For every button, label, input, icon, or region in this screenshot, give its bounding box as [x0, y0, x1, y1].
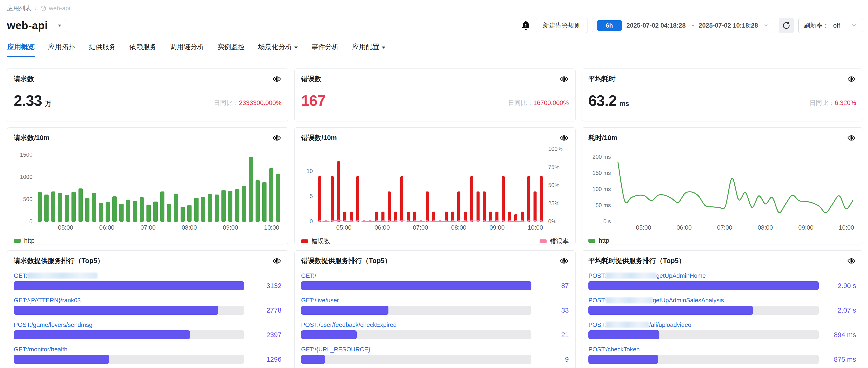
eye-icon[interactable] [847, 133, 856, 143]
tab-label: 调用链分析 [170, 42, 204, 52]
tab-instance-monitoring[interactable]: 实例监控 [217, 41, 245, 57]
endpoint-link[interactable]: GET:/ [301, 272, 569, 279]
breadcrumb-app-list[interactable]: 应用列表 [7, 4, 31, 12]
endpoint-prefix: GET:/{URL_RESOURCE} [301, 346, 370, 353]
tab-app-config[interactable]: 应用配置 [352, 41, 386, 57]
kpi-title: 平均耗时 [588, 74, 616, 84]
eye-icon[interactable] [847, 256, 856, 265]
rank-bar-track [588, 330, 819, 339]
rank-bar-fill [14, 330, 190, 339]
chart-bar [85, 198, 90, 222]
endpoint-link[interactable]: POST:/user/feedback/checkExpired [301, 321, 569, 329]
time-range-picker[interactable]: 6h 2025-07-02 04:18:28 ~ 2025-07-02 10:1… [592, 18, 774, 33]
breadcrumb-current: web-api [40, 5, 70, 12]
rank-rows: GET:3132GET:/{PATTERN}/rank032778POST:/g… [14, 272, 281, 364]
eye-icon[interactable] [272, 74, 281, 84]
app-cube-icon [40, 5, 46, 12]
chart-bar [167, 204, 171, 222]
tab-label: 实例监控 [217, 42, 245, 52]
line-marker [445, 220, 447, 222]
x-tick-label: 08:00 [182, 224, 197, 231]
rank-value: 2.90 s [819, 282, 856, 290]
legend-item-http[interactable]: http [14, 237, 35, 244]
legend-item-错误率[interactable]: 错误率 [539, 237, 569, 246]
endpoint-link[interactable]: GET: [14, 272, 281, 279]
chart-bar [242, 186, 246, 222]
kpi-compare-value: 2333300.000% [239, 100, 281, 106]
bar-slot [207, 149, 213, 222]
chart-bar [215, 195, 219, 222]
endpoint-link[interactable]: GET:/monitor/health [14, 346, 281, 353]
endpoint-link[interactable]: POST:getUpAdminSalesAnalysis [588, 297, 856, 304]
plot-area [36, 149, 281, 222]
eye-icon[interactable] [559, 133, 569, 143]
rank-bar-track [14, 281, 244, 290]
y-tick-label: 0 s [603, 218, 611, 225]
time-range-end: 2025-07-02 10:18:28 [699, 22, 758, 29]
line-marker [439, 220, 441, 222]
tab-dependent-services[interactable]: 依赖服务 [129, 41, 157, 57]
endpoint-link[interactable]: POST:/checkToken [588, 346, 856, 353]
tab-topology[interactable]: 应用拓扑 [48, 41, 76, 57]
chart-bar [174, 194, 178, 222]
eye-icon[interactable] [272, 133, 281, 143]
endpoint-link[interactable]: GET:/{PATTERN}/rank03 [14, 297, 281, 304]
bar-slot [173, 149, 179, 222]
endpoint-link[interactable]: GET:/live/user [301, 297, 569, 304]
x-axis: 05:0006:0007:0008:0009:0010:00 [615, 224, 856, 234]
endpoint-link[interactable]: POST:getUpAdminHome [588, 272, 856, 279]
endpoint-link[interactable]: POST:/ali/uploadvideo [588, 321, 856, 329]
tab-provided-services[interactable]: 提供服务 [88, 41, 116, 57]
rank-bar-track [14, 306, 244, 315]
legend-swatch [301, 239, 308, 243]
legend-item-错误数[interactable]: 错误数 [301, 237, 330, 246]
kpi-compare-value: 6.320% [835, 100, 856, 106]
rank-bar-line: 87 [301, 281, 569, 290]
tab-overview[interactable]: 应用概览 [7, 41, 35, 57]
bar-slot [268, 149, 275, 222]
line-marker [344, 220, 346, 222]
endpoint-link[interactable]: POST:/game/lovers/sendmsg [14, 321, 281, 329]
create-alert-rule-button[interactable]: 新建告警规则 [536, 18, 587, 33]
eye-icon[interactable] [272, 256, 281, 265]
tab-label: 应用拓扑 [48, 42, 75, 52]
rank-value: 3132 [244, 282, 281, 290]
line-marker [407, 220, 409, 222]
title-row: web-api 新建告警规则 6h 2025-07-02 04:18:28 ~ … [7, 18, 863, 33]
rank-bar-track [301, 281, 531, 290]
tab-trace-analysis[interactable]: 调用链分析 [169, 41, 205, 57]
kpi-compare-label: 日同比： [508, 100, 533, 106]
bar-slot [77, 149, 84, 222]
tab-event-analysis[interactable]: 事件分析 [311, 41, 339, 57]
rank-bar-fill [588, 330, 659, 339]
eye-icon[interactable] [559, 256, 569, 265]
refresh-button[interactable] [779, 18, 794, 33]
eye-icon[interactable] [559, 74, 569, 84]
rank-bar-track [588, 281, 819, 290]
chart-card-latency-per-10m: 耗时/10m 0 s50 ms100 ms150 ms200 ms 05:000… [582, 128, 863, 244]
chart-bar [221, 190, 226, 222]
line-marker [490, 220, 492, 222]
rank-rows: GET:/87GET:/live/user33POST:/user/feedba… [301, 272, 569, 364]
rank-bar-track [588, 306, 819, 315]
rank-bar-fill [14, 306, 218, 315]
line-series-http [618, 162, 852, 213]
bar-slot [125, 149, 131, 222]
tab-scenario-analysis[interactable]: 场景化分析 [258, 41, 299, 57]
app-switcher-dropdown[interactable] [53, 19, 66, 32]
rank-title: 平均耗时提供服务排行（Top5） [588, 256, 685, 265]
eye-icon[interactable] [847, 74, 856, 84]
endpoint-link[interactable]: GET:/{URL_RESOURCE} [301, 346, 569, 353]
chart-bar [112, 196, 117, 222]
endpoint-prefix: POST: [588, 297, 606, 304]
bar-slot [43, 149, 50, 222]
tab-label: 应用概览 [7, 42, 35, 52]
chart-bar [235, 189, 240, 222]
legend-item-http[interactable]: http [588, 237, 609, 244]
rank-title: 错误数提供服务排行（Top5） [301, 256, 391, 265]
kpi-value: 2.33 [14, 92, 42, 109]
rank-value: 9 [531, 356, 569, 363]
rank-row: POST:getUpAdminHome2.90 s [588, 272, 856, 290]
refresh-rate-select[interactable]: 刷新率： off [798, 18, 863, 33]
alert-bell-button[interactable] [520, 20, 531, 31]
